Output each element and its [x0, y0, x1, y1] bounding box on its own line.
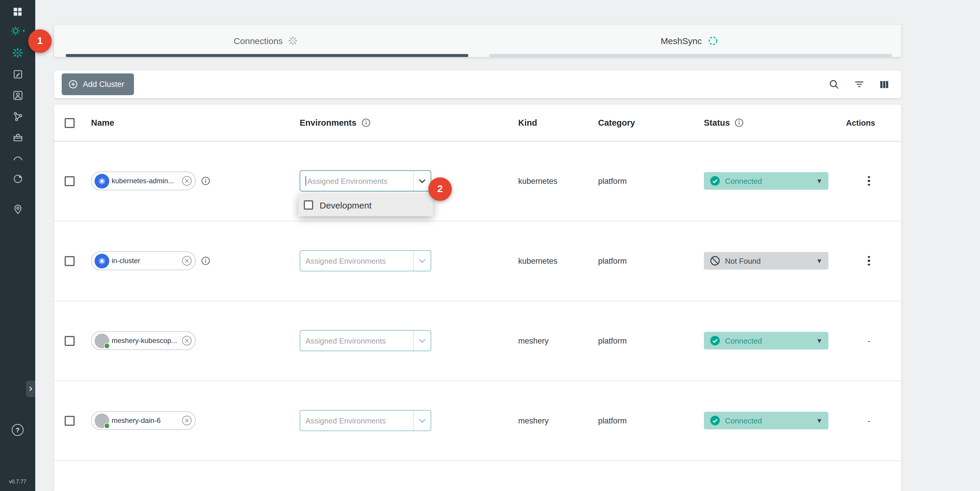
- sidebar-item-users-icon[interactable]: [0, 88, 35, 102]
- tab-connections[interactable]: Connections: [54, 25, 478, 57]
- plus-circle-icon: [68, 79, 78, 89]
- chevron-down-icon[interactable]: [413, 331, 431, 351]
- chevron-down-icon[interactable]: [413, 410, 431, 431]
- kubernetes-icon: [95, 253, 109, 268]
- environments-dropdown-menu: Development: [299, 194, 433, 216]
- connection-chip[interactable]: meshery-kubescop...: [91, 331, 196, 350]
- search-icon[interactable]: [829, 79, 840, 90]
- sidebar-item-toolbox-icon[interactable]: [0, 130, 35, 144]
- connections-table: Name Environments Kind Category Status A…: [54, 105, 901, 491]
- expand-sidebar-chevron[interactable]: [26, 381, 35, 397]
- sidebar-item-catalog-icon[interactable]: [0, 172, 35, 186]
- check-circle-icon: [710, 415, 720, 426]
- chevron-down-icon[interactable]: [413, 171, 431, 191]
- kind-cell: kubernetes: [518, 141, 558, 221]
- close-icon[interactable]: [181, 335, 192, 346]
- environments-select[interactable]: Assigned Environments: [300, 410, 431, 431]
- table-row: kubernetes-admin... Assigned Environment…: [54, 141, 901, 221]
- location-pin-icon[interactable]: [0, 202, 35, 216]
- view-columns-icon[interactable]: [879, 79, 889, 89]
- header-environments: Environments: [300, 105, 371, 141]
- text-cursor: [305, 176, 306, 186]
- kind-cell: meshery: [518, 381, 549, 461]
- connection-name: meshery-kubescop...: [111, 337, 179, 345]
- header-kind: Kind: [518, 105, 537, 141]
- header-category: Category: [598, 105, 635, 141]
- check-circle-icon: [710, 176, 720, 186]
- tab-connections-label: Connections: [234, 36, 283, 46]
- active-tab-indicator: [66, 54, 468, 57]
- tab-meshsync[interactable]: MeshSync: [478, 25, 901, 57]
- table-row: meshery-dain-6 Assigned Environments mes…: [54, 381, 901, 461]
- table-toolbar: Add Cluster: [54, 70, 901, 98]
- row-checkbox[interactable]: [65, 416, 75, 426]
- environments-select[interactable]: Assigned Environments: [300, 250, 431, 271]
- info-icon[interactable]: [201, 256, 210, 265]
- meshery-icon: [95, 413, 109, 428]
- dashboard-grid-icon[interactable]: [0, 5, 35, 19]
- actions-menu-icon[interactable]: [865, 141, 872, 221]
- connection-name: in-cluster: [111, 257, 179, 265]
- environments-select[interactable]: Assigned Environments: [300, 330, 431, 351]
- sidebar-item-configuration-icon[interactable]: [0, 67, 35, 81]
- close-icon[interactable]: [181, 176, 192, 186]
- header-environments-label: Environments: [300, 118, 356, 127]
- header-status-label: Status: [704, 118, 730, 127]
- header-status: Status: [704, 105, 744, 141]
- connection-chip[interactable]: in-cluster: [91, 251, 196, 270]
- environments-placeholder: Assigned Environments: [305, 256, 386, 265]
- chevron-down-icon[interactable]: [413, 251, 431, 271]
- option-label: Development: [320, 200, 372, 210]
- version-label: v0.7.77: [0, 479, 35, 485]
- meshsync-spinner-icon: [707, 35, 718, 46]
- category-cell: platform: [598, 221, 627, 301]
- dropdown-option-development[interactable]: Development: [299, 194, 433, 216]
- option-checkbox[interactable]: [304, 200, 313, 210]
- kind-cell: kubernetes: [518, 221, 558, 301]
- actions-menu-icon[interactable]: [865, 221, 872, 301]
- info-icon[interactable]: [201, 176, 210, 186]
- connection-chip[interactable]: meshery-dain-6: [91, 411, 196, 430]
- table-row: meshery-kubescop... Assigned Environment…: [54, 301, 901, 381]
- annotation-badge-1: 1: [28, 29, 52, 53]
- connection-chip[interactable]: kubernetes-admin...: [91, 172, 196, 190]
- chevron-down-icon: ▼: [816, 177, 822, 184]
- inactive-tab-indicator: [489, 54, 892, 57]
- slash-circle-icon: [710, 256, 720, 266]
- kind-cell: meshery: [518, 301, 549, 381]
- help-icon[interactable]: ?: [0, 423, 35, 437]
- status-dropdown[interactable]: Connected ▼: [704, 172, 829, 190]
- close-icon[interactable]: [181, 415, 192, 426]
- kubernetes-icon: [95, 173, 109, 188]
- toolbar-actions: [829, 70, 889, 98]
- close-icon[interactable]: [181, 256, 192, 266]
- sidebar-item-designs-icon[interactable]: [0, 109, 35, 123]
- add-cluster-button[interactable]: Add Cluster: [62, 73, 134, 95]
- info-icon[interactable]: [735, 118, 744, 127]
- environments-select[interactable]: Assigned Environments: [300, 170, 431, 191]
- row-checkbox[interactable]: [65, 336, 75, 346]
- header-actions: Actions: [846, 105, 875, 141]
- select-all-checkbox[interactable]: [65, 118, 75, 128]
- environments-placeholder: Assigned Environments: [305, 416, 386, 425]
- sidebar-item-connections-icon[interactable]: [0, 46, 35, 60]
- table-row: in-cluster Assigned Environments kuberne…: [54, 221, 901, 301]
- filter-icon[interactable]: [854, 79, 865, 90]
- connections-starburst-icon: [288, 36, 298, 46]
- actions-none: -: [861, 301, 877, 381]
- row-checkbox[interactable]: [65, 256, 75, 266]
- check-circle-icon: [710, 335, 720, 346]
- status-dropdown[interactable]: Not Found ▼: [704, 252, 829, 270]
- annotation-badge-2: 2: [428, 177, 452, 201]
- status-dropdown[interactable]: Connected ▼: [704, 332, 829, 350]
- status-badge: Not Found: [725, 256, 760, 265]
- sidebar-item-curve-icon[interactable]: [0, 150, 35, 164]
- row-checkbox[interactable]: [65, 176, 75, 186]
- table-header-row: Name Environments Kind Category Status A…: [54, 105, 901, 141]
- status-badge: Connected: [725, 176, 762, 185]
- help-glyph: ?: [12, 424, 24, 436]
- status-dropdown[interactable]: Connected ▼: [704, 412, 829, 429]
- info-icon[interactable]: [361, 118, 371, 127]
- app-window: ▾ ? v0.7.77 1: [0, 0, 980, 491]
- status-badge: Connected: [725, 336, 762, 345]
